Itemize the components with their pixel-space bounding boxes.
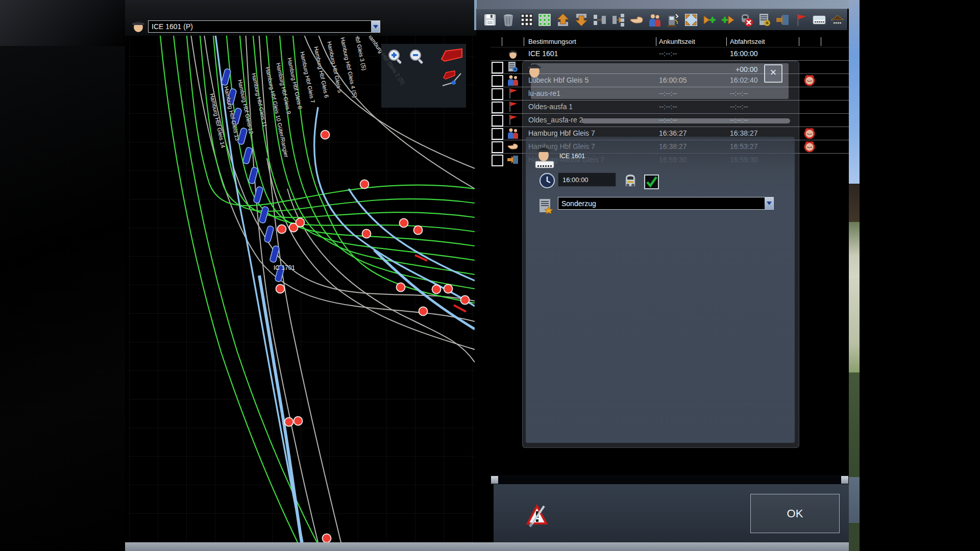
control-strip-icon[interactable]: [811, 11, 828, 29]
app-window: ICE 1601 (P): [0, 0, 980, 551]
goto-destination-icon: [507, 154, 519, 166]
passengers-icon[interactable]: [646, 11, 664, 29]
row-checkbox[interactable]: [492, 128, 503, 140]
insert-before-icon[interactable]: [591, 11, 608, 29]
delete-icon[interactable]: [500, 11, 517, 29]
route-add-back-icon[interactable]: [719, 11, 737, 29]
zoom-in-icon[interactable]: [386, 48, 405, 68]
col-bestimmungsort: Bestimmungsort: [528, 38, 576, 45]
conductor-figure-icon: [533, 144, 556, 169]
world-grass: [849, 523, 860, 551]
alarm-clock-icon: [803, 74, 816, 86]
map-train-label: IC 1701: [274, 264, 295, 271]
conductor-head-icon: [526, 59, 543, 80]
row-checkbox[interactable]: [492, 141, 503, 153]
flag-icon[interactable]: [792, 11, 810, 29]
world-sky: [849, 0, 860, 184]
signal-route-icon[interactable]: [442, 68, 464, 91]
warning-icon: [526, 503, 550, 528]
topbar-sky: [476, 0, 859, 9]
category-value: Sonderzug: [558, 199, 765, 208]
passengers-icon: [507, 127, 519, 139]
train-front-icon: [623, 173, 638, 188]
train-selector-value: ICE 1601 (P): [149, 22, 371, 31]
horizontal-scrollbar[interactable]: [491, 475, 849, 485]
move-down-icon[interactable]: [573, 11, 590, 29]
move-up-icon[interactable]: [554, 11, 572, 29]
train-remove-icon[interactable]: [738, 11, 755, 29]
map-control-panel: [381, 44, 466, 108]
flag-icon: [507, 101, 519, 113]
row-checkbox[interactable]: [492, 155, 503, 166]
save-icon[interactable]: [481, 11, 499, 29]
row-arrival: --:--:--: [659, 49, 677, 58]
ok-button[interactable]: OK: [750, 494, 840, 533]
grid-active-icon[interactable]: [536, 11, 554, 29]
row-highlight-pill: [582, 118, 790, 123]
world-bridge: [849, 184, 860, 222]
train-selector[interactable]: ICE 1601 (P): [148, 20, 380, 33]
passengers-icon: [507, 74, 519, 86]
clock-icon: [538, 172, 556, 189]
col-ankunftszeit: Ankunftszeit: [659, 38, 695, 45]
close-icon[interactable]: ×: [764, 64, 782, 83]
world-trees: [849, 372, 860, 477]
col-abfahrtszeit: Abfahrtszeit: [730, 38, 765, 45]
signal-red-icon[interactable]: [440, 48, 463, 65]
fuel-pump-icon[interactable]: [664, 11, 681, 29]
hand-pointer-icon[interactable]: [628, 11, 645, 29]
background-left: [0, 46, 125, 551]
row-checkbox[interactable]: [492, 102, 503, 113]
schedule-star-icon: [537, 198, 554, 214]
document-gear-icon: [507, 61, 519, 73]
train-active-checkbox[interactable]: [644, 174, 659, 189]
conductor-head-icon: [507, 47, 519, 60]
hand-pointer-icon: [507, 140, 519, 153]
alarm-clock-icon: [803, 140, 816, 153]
chevron-down-icon[interactable]: [371, 21, 380, 32]
chevron-down-icon[interactable]: [765, 197, 773, 209]
flag-icon: [507, 114, 519, 126]
category-selector[interactable]: Sonderzug: [558, 197, 774, 210]
row-departure: 16:00:00: [730, 49, 758, 58]
row-checkbox[interactable]: [492, 115, 503, 127]
collapse-icon[interactable]: [682, 11, 700, 29]
row-name: ICE 1601: [528, 49, 558, 58]
dialog-train-name: ICE 1601: [559, 153, 585, 160]
insert-after-icon[interactable]: [609, 11, 627, 29]
route-add-forward-icon[interactable]: [701, 11, 718, 29]
departure-time-input[interactable]: 16:00:00: [558, 172, 616, 187]
zoom-out-icon[interactable]: [408, 48, 426, 68]
track-map[interactable]: Hamburg Hbf Gleis 14 Hamburg Hbf Gleis 1…: [129, 36, 475, 542]
conductor-head-icon: [131, 18, 146, 33]
toolbar: [476, 9, 847, 30]
grid-plain-icon[interactable]: [518, 11, 535, 29]
world-flowers: [849, 278, 860, 372]
delay-value: +00:00: [736, 65, 757, 73]
timetable-header: Bestimmungsort Ankunftszeit Abfahrtszeit: [491, 36, 849, 47]
world-trees-flowers: [849, 222, 860, 278]
world-road: [849, 477, 860, 523]
flag-icon: [507, 87, 519, 99]
background-gradient: [0, 0, 128, 46]
table-row[interactable]: ICE 1601 --:--:-- 16:00:00: [491, 47, 849, 60]
train-properties-icon[interactable]: [756, 11, 773, 29]
row-checkbox[interactable]: [492, 88, 503, 100]
depot-icon[interactable]: [829, 11, 846, 29]
bottom-strip: [125, 542, 849, 551]
row-checkbox[interactable]: [492, 75, 503, 87]
row-checkbox[interactable]: [492, 62, 503, 73]
goto-destination-icon[interactable]: [774, 11, 792, 29]
alarm-clock-icon: [803, 127, 816, 139]
